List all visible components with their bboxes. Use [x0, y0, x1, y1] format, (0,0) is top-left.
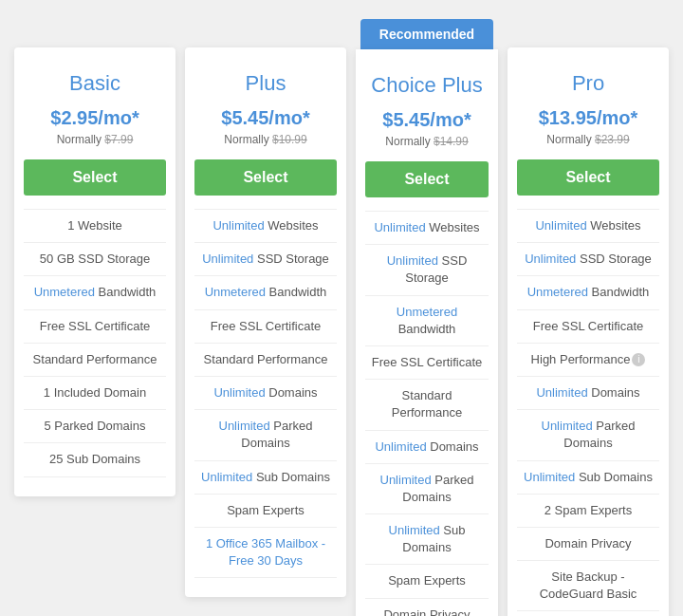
select-button-choice-plus[interactable]: Select: [365, 161, 489, 197]
feature-item: Unlimited SSD Storage: [194, 243, 337, 276]
plan-card-choice-plus: Choice Plus$5.45/mo*Normally $14.99Selec…: [356, 49, 498, 616]
feature-item: Free SSL Certificate: [365, 346, 489, 380]
feature-item: Spam Experts: [194, 495, 337, 528]
feature-item: Domain Privacy: [517, 528, 659, 561]
plan-card-pro: Pro$13.95/mo*Normally $23.99SelectUnlimi…: [508, 47, 669, 616]
feature-item: 1 Included Domain: [24, 377, 166, 410]
select-button-basic[interactable]: Select: [24, 159, 166, 196]
plan-normally: Normally $23.99: [517, 133, 659, 146]
feature-item: Unlimited Sub Domains: [517, 461, 659, 495]
plan-card-basic: Basic$2.95/mo*Normally $7.99Select1 Webs…: [14, 47, 175, 496]
plan-normally: Normally $14.99: [365, 135, 489, 148]
feature-item: Unmetered Bandwidth: [24, 276, 166, 309]
feature-item: 5 Parked Domains: [24, 410, 166, 443]
feature-item: Unlimited Parked Domains: [365, 464, 489, 514]
feature-item: 1 Website: [24, 210, 166, 243]
plan-name: Basic: [24, 71, 166, 96]
feature-item: Free SSL Certificate: [517, 310, 659, 344]
recommended-badge: Recommended: [360, 19, 493, 49]
feature-item: Dedicated IP: [517, 611, 659, 616]
feature-item: High Performancei: [517, 344, 659, 377]
select-button-plus[interactable]: Select: [194, 159, 337, 196]
feature-item: Unmetered Bandwidth: [194, 276, 337, 309]
pricing-container: Basic$2.95/mo*Normally $7.99Select1 Webs…: [9, 19, 674, 616]
plan-name: Pro: [517, 71, 659, 96]
plan-card-plus: Plus$5.45/mo*Normally $10.99SelectUnlimi…: [185, 47, 346, 597]
feature-item: Unmetered Bandwidth: [365, 296, 489, 346]
plan-price: $5.45/mo*: [365, 109, 489, 131]
plan-normally: Normally $7.99: [24, 133, 166, 146]
plan-name: Plus: [194, 71, 337, 96]
feature-item: Unlimited Websites: [517, 210, 659, 243]
plan-price: $5.45/mo*: [194, 107, 337, 129]
feature-item: Unlimited Parked Domains: [194, 410, 337, 460]
plan-price: $13.95/mo*: [517, 107, 659, 129]
feature-item: Standard Performance: [24, 344, 166, 377]
feature-item: 50 GB SSD Storage: [24, 243, 166, 276]
features-list: Unlimited WebsitesUnlimited SSD StorageU…: [365, 211, 489, 616]
feature-item: Unlimited Sub Domains: [365, 514, 489, 565]
feature-item: Free SSL Certificate: [24, 310, 166, 344]
plan-normally: Normally $10.99: [194, 133, 337, 146]
feature-item: Unmetered Bandwidth: [517, 276, 659, 309]
featured-wrapper: RecommendedChoice Plus$5.45/mo*Normally …: [356, 19, 498, 616]
feature-item: Standard Performance: [365, 380, 489, 430]
feature-item: Unlimited Domains: [517, 377, 659, 410]
features-list: Unlimited WebsitesUnlimited SSD StorageU…: [517, 209, 659, 616]
feature-item: Unlimited Parked Domains: [517, 410, 659, 460]
feature-item: Free SSL Certificate: [194, 310, 337, 344]
feature-item: 25 Sub Domains: [24, 443, 166, 476]
feature-item: 2 Spam Experts: [517, 495, 659, 528]
select-button-pro[interactable]: Select: [517, 159, 659, 196]
feature-item: Unlimited SSD Storage: [517, 243, 659, 276]
feature-item: Unlimited SSD Storage: [365, 245, 489, 295]
features-list: Unlimited WebsitesUnlimited SSD StorageU…: [194, 209, 337, 578]
plan-price: $2.95/mo*: [24, 107, 166, 129]
plan-name: Choice Plus: [365, 73, 489, 98]
feature-item: Standard Performance: [194, 344, 337, 377]
feature-item: Unlimited Domains: [365, 431, 489, 464]
feature-item: Unlimited Websites: [365, 212, 489, 245]
feature-item: Spam Experts: [365, 565, 489, 598]
feature-item: 1 Office 365 Mailbox - Free 30 Days: [194, 528, 337, 578]
feature-item: Unlimited Websites: [194, 210, 337, 243]
info-icon[interactable]: i: [632, 353, 645, 366]
features-list: 1 Website50 GB SSD StorageUnmetered Band…: [24, 209, 166, 477]
feature-item: Unlimited Sub Domains: [194, 461, 337, 495]
feature-item: Unlimited Domains: [194, 377, 337, 410]
feature-item: Site Backup - CodeGuard Basic: [517, 561, 659, 611]
feature-item: Domain Privacy: [365, 599, 489, 616]
